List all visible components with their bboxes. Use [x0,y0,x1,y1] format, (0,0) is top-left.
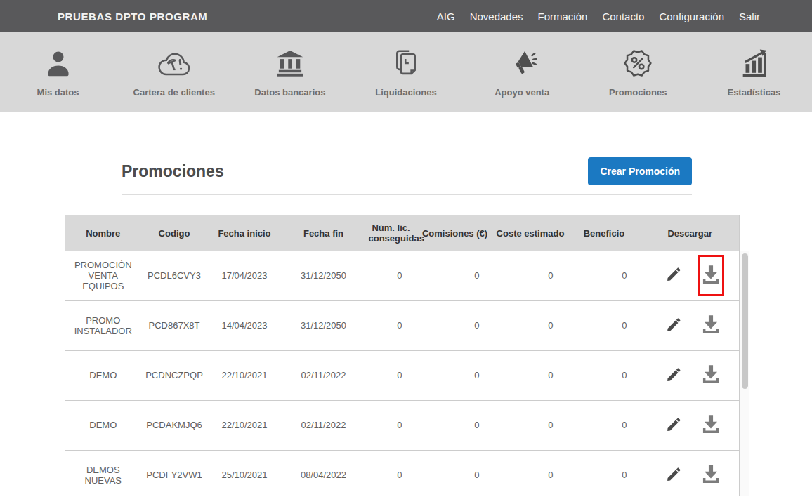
pencil-icon [665,316,683,336]
edit-button[interactable] [665,366,683,385]
column-header: Codigo [141,215,208,251]
download-button[interactable] [700,364,722,387]
table-row: DEMOS NUEVAS PCDFY2VW1 25/10/2021 08/04/… [65,450,740,496]
column-header: Coste estimado [494,215,568,251]
column-header: Nombre [65,215,141,251]
cell-comisiones: 0 [417,300,494,350]
download-icon [700,413,722,437]
nav-item-apoyo-venta[interactable]: Apoyo venta [464,32,580,112]
table-row: DEMO PCDAKMJQ6 22/10/2021 02/11/2022 0 0… [65,400,740,450]
heading-divider [122,194,692,195]
table-scrollbar [740,215,749,496]
cell-beneficio: 0 [568,300,641,350]
page-header: Promociones Crear Promoción [122,157,692,195]
table-row: PROMOCIÓN VENTA EQUIPOS PCDL6CVY3 17/04/… [65,251,740,300]
cell-beneficio: 0 [568,400,641,450]
cell-fecha-fin: 08/04/2022 [282,450,366,496]
cell-nombre: DEMO [65,350,141,400]
menu-item-salir[interactable]: Salir [739,11,760,22]
nav-item-promociones[interactable]: Promociones [580,32,696,112]
download-icon [700,264,722,287]
cell-fecha-inicio: 22/10/2021 [208,400,282,450]
scrollbar-track[interactable] [740,251,749,496]
nav-label: Cartera de clientes [133,87,215,98]
cell-num-lic: 0 [366,300,417,350]
table-row: PROMO INSTALADOR PCD867X8T 14/04/2023 31… [65,300,740,350]
table-body: PROMOCIÓN VENTA EQUIPOS PCDL6CVY3 17/04/… [65,251,740,496]
edit-button[interactable] [665,416,683,435]
column-header: Beneficio [568,215,641,251]
menu-item-aig[interactable]: AIG [437,11,455,22]
user-icon [43,45,74,81]
cell-num-lic: 0 [366,450,417,496]
column-header: Fecha inicio [208,215,282,251]
menu-item-configuracion[interactable]: Configuración [659,11,724,22]
edit-button[interactable] [665,265,683,285]
documents-clock-icon [390,45,422,81]
bar-chart-icon [738,45,770,81]
pencil-icon [665,416,683,435]
app-brand: PRUEBAS DPTO PROGRAM [58,11,207,22]
download-button[interactable] [700,463,722,486]
page-title: Promociones [122,162,224,181]
pencil-icon [665,265,683,285]
cell-coste: 0 [494,251,568,300]
cell-fecha-inicio: 25/10/2021 [208,450,282,496]
pencil-icon [665,465,683,485]
create-promotion-button[interactable]: Crear Promoción [588,157,692,185]
cell-fecha-fin: 31/12/2050 [282,251,366,300]
scrollbar-thumb[interactable] [742,253,748,389]
download-button[interactable] [700,314,722,337]
section-navbar: Mis datos Cartera de clientes [0,32,812,112]
nav-item-estadisticas[interactable]: Estadísticas [696,32,812,112]
nav-item-liquidaciones[interactable]: Liquidaciones [348,32,464,112]
download-icon [700,314,722,337]
column-header: Descargar [641,215,740,251]
cell-comisiones: 0 [417,450,494,496]
edit-button[interactable] [665,316,683,336]
table-row: DEMO PCDNCZPQP 22/10/2021 02/11/2022 0 0… [65,350,740,400]
cell-nombre: PROMOCIÓN VENTA EQUIPOS [65,251,141,300]
nav-item-mis-datos[interactable]: Mis datos [0,32,116,112]
cell-coste: 0 [494,300,568,350]
cell-fecha-fin: 31/12/2050 [282,300,366,350]
cell-descargar [641,450,740,496]
nav-label: Datos bancarios [254,87,325,98]
cloud-portfolio-icon [155,45,193,81]
column-header: Núm. lic. conseguidas [366,215,417,251]
column-header: Fecha fin [282,215,366,251]
cell-fecha-inicio: 22/10/2021 [208,350,282,400]
cell-codigo: PCDAKMJQ6 [141,400,208,450]
menu-item-formacion[interactable]: Formación [538,11,588,22]
menu-item-contacto[interactable]: Contacto [602,11,644,22]
pencil-icon [665,366,683,385]
download-button[interactable] [700,413,722,437]
nav-label: Apoyo venta [495,87,549,98]
cell-codigo: PCDNCZPQP [141,350,208,400]
download-button[interactable] [700,264,722,287]
megaphone-icon [506,45,538,81]
cell-coste: 0 [494,450,568,496]
nav-label: Liquidaciones [375,87,436,98]
cell-fecha-fin: 02/11/2022 [282,350,366,400]
download-icon [700,364,722,387]
cell-codigo: PCDL6CVY3 [141,251,208,300]
cell-beneficio: 0 [568,350,641,400]
cell-coste: 0 [494,400,568,450]
table-header-row: NombreCodigoFecha inicioFecha finNúm. li… [65,215,740,251]
cell-num-lic: 0 [366,350,417,400]
cell-beneficio: 0 [568,450,641,496]
edit-button[interactable] [665,465,683,485]
cell-coste: 0 [494,350,568,400]
nav-item-cartera-de-clientes[interactable]: Cartera de clientes [116,32,232,112]
nav-label: Mis datos [37,87,79,98]
cell-nombre: DEMO [65,400,141,450]
cell-codigo: PCD867X8T [141,300,208,350]
cell-descargar [641,350,740,400]
menu-item-novedades[interactable]: Novedades [470,11,523,22]
cell-num-lic: 0 [366,251,417,300]
column-header: Comisiones (€) [417,215,494,251]
nav-item-datos-bancarios[interactable]: Datos bancarios [232,32,348,112]
nav-label: Promociones [609,87,667,98]
cell-codigo: PCDFY2VW1 [141,450,208,496]
